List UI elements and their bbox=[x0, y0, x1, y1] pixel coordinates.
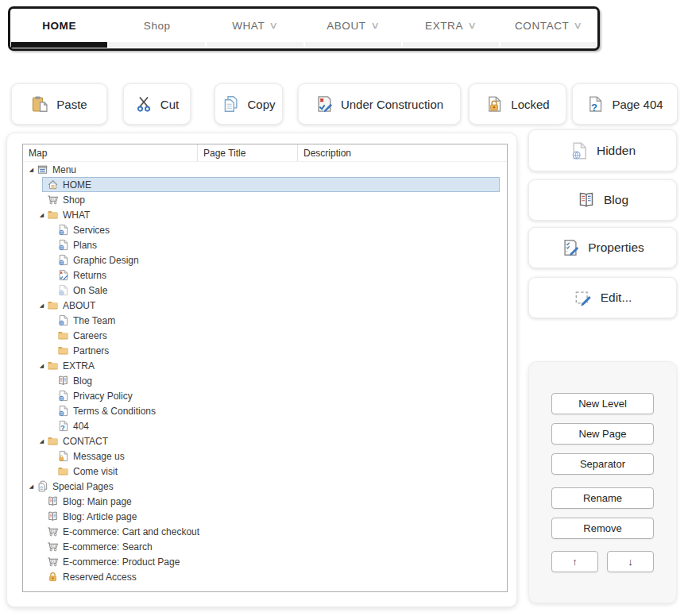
tree-row-label: The Team bbox=[73, 315, 115, 326]
nav-indicator-what bbox=[207, 42, 303, 48]
pages-icon bbox=[37, 480, 48, 492]
tree-row-on-sale[interactable]: On Sale bbox=[23, 283, 507, 298]
expander-icon[interactable]: ◢ bbox=[37, 302, 47, 309]
tree-row-services[interactable]: Services bbox=[23, 222, 507, 237]
separator-button[interactable]: Separator bbox=[551, 453, 654, 475]
tree-row-come-visit[interactable]: Come visit bbox=[23, 464, 507, 479]
hidden-button[interactable]: Hidden bbox=[528, 129, 677, 171]
expander-icon[interactable]: ◢ bbox=[37, 212, 47, 218]
book-icon bbox=[47, 510, 59, 522]
properties-icon bbox=[561, 238, 580, 257]
tree-row-special-pages[interactable]: ◢Special Pages bbox=[23, 479, 507, 494]
tree-row-label: Message us bbox=[73, 451, 125, 462]
under-construction-button[interactable]: Under Construction bbox=[298, 83, 461, 125]
clipboard-paste-icon bbox=[31, 95, 48, 113]
nav-item-about[interactable]: ABOUT∨ bbox=[304, 20, 402, 32]
tree-row-privacy-policy[interactable]: Privacy Policy bbox=[23, 388, 507, 403]
page-globe-icon bbox=[57, 284, 69, 296]
cut-button[interactable]: Cut bbox=[123, 83, 191, 125]
expander-icon[interactable]: ◢ bbox=[37, 438, 47, 445]
expander-icon[interactable]: ◢ bbox=[26, 167, 37, 173]
nav-item-label: ABOUT bbox=[327, 20, 366, 32]
rename-button[interactable]: Rename bbox=[551, 487, 654, 509]
tree-row-label: Terms & Conditions bbox=[73, 406, 156, 417]
button-label: Hidden bbox=[597, 144, 636, 158]
tree-row-label: WHAT bbox=[63, 210, 90, 221]
page-404-button[interactable]: ?Page 404 bbox=[572, 83, 678, 125]
chevron-down-icon: ∨ bbox=[574, 20, 584, 31]
nav-indicator-about bbox=[305, 42, 401, 48]
expander-icon[interactable]: ◢ bbox=[37, 363, 47, 369]
properties-button[interactable]: Properties bbox=[528, 227, 677, 268]
folder-icon bbox=[47, 209, 59, 221]
tree-row-404[interactable]: ?404 bbox=[23, 418, 507, 433]
actions-panel: New LevelNew PageSeparatorRenameRemove ↑… bbox=[528, 361, 677, 603]
expander-icon[interactable]: ◢ bbox=[26, 483, 37, 490]
nav-item-contact[interactable]: CONTACT∨ bbox=[500, 20, 597, 32]
tree-row-reserved-access[interactable]: Reserved Access bbox=[23, 569, 507, 584]
tree-row-e-commerce-search[interactable]: E-commerce: Search bbox=[23, 539, 507, 554]
tree-row-label: Shop bbox=[63, 194, 85, 206]
tree-rows: ◢MenuHOMEShop◢WHATServicesPlansGraphic D… bbox=[23, 162, 507, 584]
blog-button[interactable]: Blog bbox=[528, 179, 677, 221]
nav-indicator-shop bbox=[109, 42, 205, 48]
button-label: Properties bbox=[588, 241, 644, 255]
edit-button[interactable]: Edit... bbox=[528, 277, 677, 318]
column-header-description[interactable]: Description bbox=[298, 144, 507, 161]
button-label: Edit... bbox=[601, 291, 632, 305]
folder-icon bbox=[47, 299, 59, 311]
move-up-button[interactable]: ↑ bbox=[551, 551, 598, 572]
nav-item-extra[interactable]: EXTRA∨ bbox=[402, 20, 500, 32]
nav-item-home[interactable]: HOME bbox=[10, 20, 108, 32]
tree-row-blog[interactable]: Blog bbox=[23, 373, 507, 388]
nav-indicator-extra bbox=[403, 42, 499, 48]
tree-row-what[interactable]: ◢WHAT bbox=[23, 207, 507, 222]
paste-button[interactable]: Paste bbox=[11, 83, 107, 125]
tree-row-blog-article-page[interactable]: Blog: Article page bbox=[23, 509, 507, 524]
tree-row-label: Careers bbox=[73, 330, 107, 341]
tree-row-careers[interactable]: Careers bbox=[23, 328, 507, 343]
tree-row-e-commerce-cart-and-checkout[interactable]: E-commerce: Cart and checkout bbox=[23, 524, 507, 539]
tree-row-label: Privacy Policy bbox=[73, 391, 133, 402]
tree-row-the-team[interactable]: The Team bbox=[23, 313, 507, 328]
tree-row-partners[interactable]: Partners bbox=[23, 343, 507, 358]
nav-item-what[interactable]: WHAT∨ bbox=[206, 20, 303, 32]
tree-row-shop[interactable]: Shop bbox=[23, 192, 507, 207]
tree-header: Map Page Title Description bbox=[23, 144, 507, 162]
book-icon bbox=[47, 495, 59, 507]
tree-row-label: Plans bbox=[73, 240, 97, 251]
column-header-map[interactable]: Map bbox=[23, 144, 198, 161]
site-menu-preview: HOMEShopWHAT∨ABOUT∨EXTRA∨CONTACT∨ bbox=[8, 6, 600, 51]
tree-row-label: On Sale bbox=[73, 285, 107, 296]
home-icon bbox=[47, 179, 59, 191]
locked-button[interactable]: Locked bbox=[469, 83, 566, 125]
tree-row-contact[interactable]: ◢CONTACT bbox=[23, 433, 507, 449]
tree-row-label: Menu bbox=[52, 164, 76, 175]
new-level-button[interactable]: New Level bbox=[551, 393, 654, 414]
tree-row-blog-main-page[interactable]: Blog: Main page bbox=[23, 494, 507, 509]
column-header-page-title[interactable]: Page Title bbox=[198, 144, 298, 161]
page-lock-icon bbox=[57, 450, 69, 462]
book-icon bbox=[57, 375, 69, 387]
tree-row-e-commerce-product-page[interactable]: E-commerce: Product Page bbox=[23, 554, 507, 569]
tree-row-menu[interactable]: ◢Menu bbox=[23, 162, 507, 177]
tree-row-extra[interactable]: ◢EXTRA bbox=[23, 358, 507, 373]
tree-row-message-us[interactable]: Message us bbox=[23, 449, 507, 464]
new-page-button[interactable]: New Page bbox=[551, 423, 654, 445]
tree-row-label: Returns bbox=[73, 270, 106, 281]
tree-row-graphic-design[interactable]: Graphic Design bbox=[23, 252, 507, 268]
copy-button[interactable]: Copy bbox=[215, 83, 283, 125]
tree-row-about[interactable]: ◢ABOUT bbox=[23, 298, 507, 313]
tree-row-plans[interactable]: Plans bbox=[23, 237, 507, 252]
remove-button[interactable]: Remove bbox=[551, 518, 654, 539]
tree-row-home[interactable]: HOME bbox=[23, 177, 507, 192]
move-down-button[interactable]: ↓ bbox=[607, 551, 654, 572]
tree-row-returns[interactable]: Returns bbox=[23, 268, 507, 283]
nav-item-label: WHAT bbox=[232, 20, 265, 32]
tree-row-terms-conditions[interactable]: Terms & Conditions bbox=[23, 403, 507, 418]
move-buttons: ↑ ↓ bbox=[551, 551, 654, 572]
page-404-icon: ? bbox=[57, 420, 69, 432]
chevron-down-icon: ∨ bbox=[370, 20, 381, 31]
tree-row-label: Blog: Article page bbox=[63, 511, 137, 522]
nav-item-shop[interactable]: Shop bbox=[108, 20, 206, 32]
